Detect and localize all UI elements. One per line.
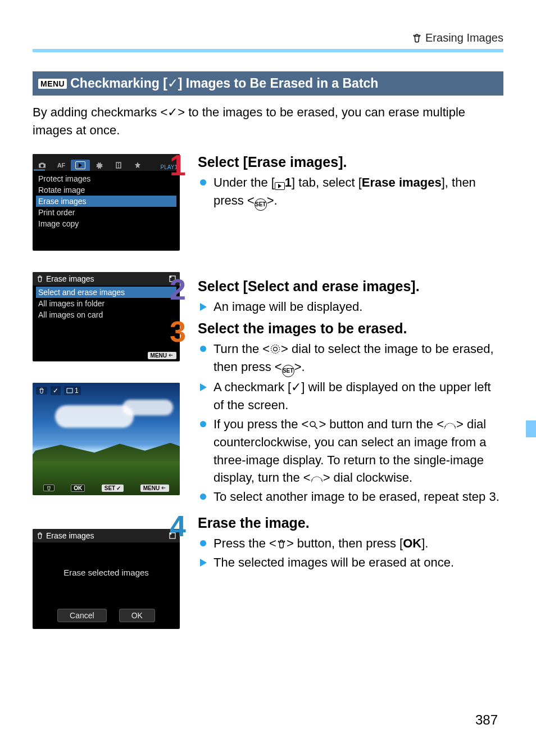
svg-point-12 <box>310 422 315 427</box>
heading-prefix: Checkmarking [ <box>70 76 167 90</box>
check-icon: ✓ <box>167 105 178 119</box>
trash-icon <box>36 387 47 395</box>
svg-point-3 <box>118 165 119 166</box>
svg-point-10 <box>271 345 280 353</box>
camera-image-preview: ✓ 1 OK SET ✓ MENU <box>33 383 180 495</box>
submenu-title: Erase images <box>36 274 94 283</box>
step-4-bullet-2: The selected images will be erased at on… <box>214 554 503 572</box>
main-dial-icon <box>444 421 456 430</box>
step-2-bullet: An image will be displayed. <box>214 298 503 316</box>
counter-pill: 1 <box>64 386 81 395</box>
magnify-icon <box>308 420 319 430</box>
running-header: Erasing Images <box>33 31 503 44</box>
quick-control-dial-icon <box>270 343 281 355</box>
header-rule <box>33 49 503 52</box>
menu-item: Image copy <box>36 218 176 229</box>
step-3-bullet-2: A checkmark [✓] will be displayed on the… <box>214 378 503 414</box>
tab-star-icon <box>128 160 147 171</box>
cancel-button: Cancel <box>57 609 107 622</box>
ok-pill: OK <box>71 485 85 492</box>
svg-line-13 <box>315 426 318 429</box>
menu-item: Rotate image <box>36 184 176 196</box>
submenu-item: All images on card <box>36 309 176 320</box>
step-3-bullet-1: Turn the <> dial to select the image to … <box>214 340 503 377</box>
step-1-title: Select [Erase images]. <box>198 154 503 170</box>
tab-custom-icon <box>109 160 128 171</box>
camera-erase-dialog: Erase images Erase selected images Cance… <box>33 529 180 629</box>
step-4-title: Erase the image. <box>198 515 503 531</box>
tab-playback-icon <box>71 160 90 171</box>
trash-icon <box>276 539 287 549</box>
step-3-bullet-3: If you press the <> button and turn the … <box>214 415 503 487</box>
step-number-2: 2 <box>170 273 186 306</box>
main-dial-icon <box>311 474 323 483</box>
menu-item-selected: Erase images <box>36 196 176 207</box>
svg-point-2 <box>118 163 119 164</box>
step-number-4: 4 <box>170 509 186 543</box>
submenu-item: All images in folder <box>36 298 176 309</box>
svg-point-0 <box>40 164 43 167</box>
svg-point-4 <box>118 166 119 168</box>
trash-icon <box>412 33 422 43</box>
ok-button: OK <box>119 609 155 622</box>
set-icon: SET <box>255 198 267 211</box>
step-3-bullet-4: To select another image to be erased, re… <box>214 488 503 506</box>
page-number: 387 <box>475 712 498 728</box>
camera-menu-screenshot-2: Erase images Select and erase images All… <box>33 272 180 361</box>
dialog-message: Erase selected images <box>33 542 180 603</box>
section-heading: MENU Checkmarking [✓] Images to Be Erase… <box>33 71 503 96</box>
svg-point-11 <box>274 347 278 351</box>
camera-menu-screenshot-1: AF PLAY1 Protect images Rotate image Era… <box>33 154 180 251</box>
menu-back-pill: MENU <box>148 352 176 359</box>
set-pill: SET ✓ <box>102 485 124 492</box>
check-icon: ✓ <box>167 76 178 90</box>
header-title: Erasing Images <box>425 31 503 44</box>
playback-icon <box>275 182 285 190</box>
trash-pill <box>43 485 54 491</box>
menu-item: Protect images <box>36 173 176 184</box>
svg-rect-7 <box>67 388 72 393</box>
check-icon: ✓ <box>51 386 61 395</box>
page-edge-tab <box>526 420 536 437</box>
check-icon: ✓ <box>291 380 301 394</box>
menu-icon: MENU <box>38 79 67 89</box>
menu-item: Print order <box>36 207 176 218</box>
intro-paragraph: By adding checkmarks <✓> to the images t… <box>33 103 503 139</box>
step-3-title: Select the images to be erased. <box>198 320 503 337</box>
tab-af: AF <box>52 160 71 171</box>
submenu-item-selected: Select and erase images <box>36 287 176 298</box>
tab-setup-icon <box>90 160 109 171</box>
step-number-3: 3 <box>170 315 186 348</box>
step-2-title: Select [Select and erase images]. <box>198 278 503 295</box>
menu-pill: MENU <box>140 485 169 492</box>
step-1-bullet: Under the [1] tab, select [Erase images]… <box>214 174 503 211</box>
dialog-title: Erase images <box>36 531 94 540</box>
step-4-bullet-1: Press the <> button, then press [OK]. <box>214 535 503 553</box>
set-icon: SET <box>282 365 294 377</box>
step-number-1: 1 <box>170 148 186 182</box>
heading-suffix: ] Images to Be Erased in a Batch <box>178 76 379 90</box>
